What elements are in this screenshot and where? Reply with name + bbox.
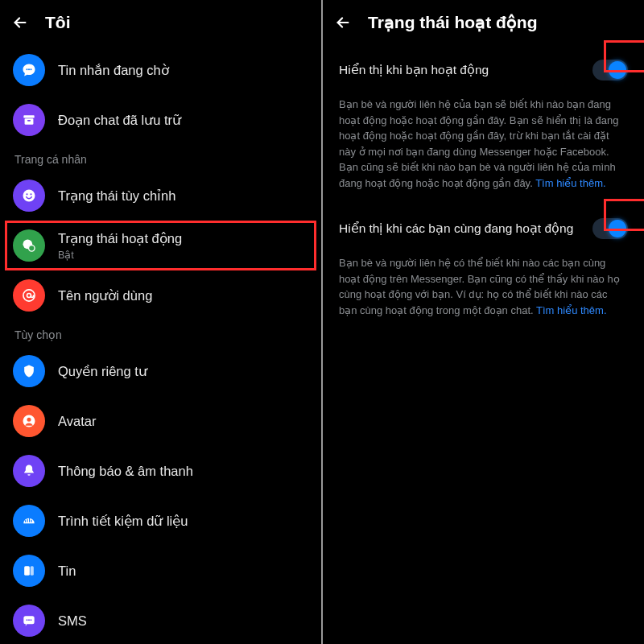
setting2-desc: Bạn bè và người liên hệ có thể biết khi … <box>323 244 644 323</box>
svg-point-24 <box>31 619 32 621</box>
svg-rect-15 <box>25 520 26 522</box>
right-header: Trạng thái hoạt động <box>323 0 644 45</box>
active-icon <box>13 229 45 262</box>
list-item[interactable]: Tin <box>0 546 321 596</box>
svg-point-2 <box>31 68 32 70</box>
svg-rect-20 <box>31 566 34 576</box>
svg-rect-18 <box>31 520 32 522</box>
row-title: Thông báo & âm thanh <box>58 463 193 480</box>
row-subtitle: Bật <box>58 249 182 261</box>
list-item[interactable]: Quyền riêng tư <box>0 346 321 396</box>
svg-point-10 <box>29 246 35 252</box>
svg-rect-4 <box>25 118 34 125</box>
at-icon <box>13 279 45 312</box>
setting2-toggle[interactable] <box>592 218 628 239</box>
setting1-toggle[interactable] <box>592 60 628 80</box>
row-title: Tên người dùng <box>58 287 152 304</box>
svg-rect-5 <box>27 120 31 122</box>
setting-2: Hiển thị khi các bạn cùng đang hoạt động <box>323 204 644 244</box>
left-screen: Tôi Tin nhắn đang chờĐoạn chat đã lưu tr… <box>0 0 321 644</box>
stories-icon <box>13 555 45 587</box>
right-screen: Trạng thái hoạt động Hiển thị khi bạn ho… <box>323 0 644 644</box>
setting1-desc: Bạn bè và người liên hệ của bạn sẽ biết … <box>323 85 644 196</box>
svg-point-23 <box>28 619 30 621</box>
chat-dots-icon <box>13 54 45 86</box>
setting2-label: Hiển thị khi các bạn cùng đang hoạt động <box>339 221 583 237</box>
svg-point-8 <box>30 193 31 195</box>
svg-point-0 <box>27 68 28 70</box>
row-title: Avatar <box>58 413 96 430</box>
list-item[interactable]: Tên người dùng <box>0 270 321 320</box>
row-title: Tin nhắn đang chờ <box>58 62 169 79</box>
row-title: Trình tiết kiệm dữ liệu <box>58 513 188 530</box>
setting2-learn-more-link[interactable]: Tìm hiểu thêm. <box>536 304 606 316</box>
list-item[interactable]: Thông báo & âm thanh <box>0 446 321 496</box>
shield-icon <box>13 355 45 387</box>
row-title: Đoạn chat đã lưu trữ <box>58 112 181 129</box>
sms-icon <box>13 605 45 637</box>
setting1-learn-more-link[interactable]: Tìm hiểu thêm. <box>535 177 605 189</box>
list-item[interactable]: SMS <box>0 596 321 644</box>
row-title: Trạng thái tùy chỉnh <box>58 188 175 204</box>
section-options-label: Tùy chọn <box>0 320 321 346</box>
avatar-icon <box>13 405 45 437</box>
setting1-label: Hiển thị khi bạn hoạt động <box>339 62 583 79</box>
svg-rect-3 <box>23 115 34 118</box>
smiley-icon <box>13 180 45 212</box>
row-title: Tin <box>58 563 76 580</box>
back-arrow-icon[interactable] <box>11 14 29 31</box>
row-title: Quyền riêng tư <box>58 363 147 380</box>
svg-point-14 <box>27 418 31 422</box>
list-item[interactable]: Avatar <box>0 396 321 446</box>
svg-rect-16 <box>27 519 28 522</box>
svg-rect-19 <box>24 566 30 576</box>
svg-point-7 <box>26 193 27 195</box>
list-item[interactable]: Trạng thái tùy chỉnh <box>0 171 321 221</box>
section-profile-label: Trang cá nhân <box>0 145 321 171</box>
list-item[interactable]: Tin nhắn đang chờ <box>0 45 321 95</box>
bell-icon <box>13 455 45 487</box>
right-title: Trạng thái hoạt động <box>368 13 537 32</box>
svg-point-22 <box>27 619 28 621</box>
list-item[interactable]: Đoạn chat đã lưu trữ <box>0 95 321 145</box>
svg-point-1 <box>28 68 30 70</box>
left-title: Tôi <box>45 13 71 32</box>
svg-rect-17 <box>29 518 30 522</box>
back-arrow-icon[interactable] <box>334 14 352 31</box>
row-title: SMS <box>58 613 87 630</box>
list-item[interactable]: Trạng thái hoạt độngBật <box>0 221 321 270</box>
row-title: Trạng thái hoạt động <box>58 230 182 247</box>
svg-point-6 <box>23 190 35 202</box>
archive-icon <box>13 104 45 136</box>
left-header: Tôi <box>0 0 321 45</box>
setting-1: Hiển thị khi bạn hoạt động <box>323 45 644 85</box>
meter-icon <box>13 505 45 537</box>
list-item[interactable]: Trình tiết kiệm dữ liệu <box>0 496 321 546</box>
